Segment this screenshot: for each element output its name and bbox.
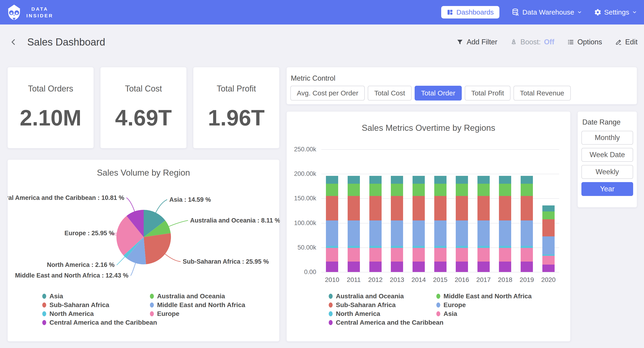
date-option-weekly[interactable]: Weekly xyxy=(582,165,633,179)
legend-label: Europe xyxy=(444,301,466,309)
pie-label-line xyxy=(156,200,167,213)
bar-segment-2020-middle-east-and-north-africa xyxy=(542,211,554,219)
pie-slice-sub-saharan-africa[interactable] xyxy=(144,233,171,264)
bar-segment-2017-central-america-and-the-caribbean xyxy=(478,262,490,272)
legend-label: Australia and Oceania xyxy=(336,292,404,300)
bar-legend: Australia and OceaniaSub-Saharan AfricaN… xyxy=(329,292,532,327)
gridline xyxy=(321,174,559,174)
legend-dot xyxy=(150,302,154,307)
bar-segment-2019-middle-east-and-north-africa xyxy=(521,184,533,196)
boost-button[interactable]: Boost: Off xyxy=(510,38,554,46)
legend-item-asia[interactable]: Asia xyxy=(436,309,532,318)
pie-chart-card: Sales Volume by Region Asia : 14.59 %Aus… xyxy=(8,159,280,341)
dashboards-button[interactable]: Dashboards xyxy=(441,6,500,19)
bar-segment-2012-north-america xyxy=(369,246,382,248)
add-filter-button[interactable]: Add Filter xyxy=(456,38,497,46)
owl-logo-icon xyxy=(6,4,22,20)
bar-segment-2020-australia-and-oceania xyxy=(542,205,554,211)
legend-item-central-america-and-the-caribbean[interactable]: Central America and the Caribbean xyxy=(329,318,436,327)
date-option-year[interactable]: Year xyxy=(582,182,633,196)
legend-label: Sub-Saharan Africa xyxy=(336,301,396,309)
bar-segment-2018-central-america-and-the-caribbean xyxy=(499,262,511,272)
legend-dot xyxy=(42,311,46,316)
bar-segment-2019-north-america xyxy=(521,246,533,248)
bar-segment-2011-sub-saharan-africa xyxy=(348,196,360,220)
bar-segment-2016-europe xyxy=(456,220,468,246)
bar-segment-2015-north-america xyxy=(434,246,446,248)
bar-segment-2013-central-america-and-the-caribbean xyxy=(391,262,403,272)
legend-column: Middle East and North AfricaEuropeAsia xyxy=(436,292,532,327)
legend-item-australia-and-oceania[interactable]: Australia and Oceania xyxy=(329,292,436,301)
bar-segment-2013-sub-saharan-africa xyxy=(391,196,403,220)
bar-segment-2010-middle-east-and-north-africa xyxy=(326,184,338,196)
bar-segment-2015-australia-and-oceania xyxy=(434,176,446,184)
boost-label: Boost: xyxy=(520,38,541,46)
pie-slice-label: Australia and Oceania : 8.11 % xyxy=(190,217,280,224)
legend-item-europe[interactable]: Europe xyxy=(150,309,245,318)
date-range-label: Date Range xyxy=(582,118,620,126)
pie-slice-label: Europe : 25.95 % xyxy=(64,230,114,237)
pie-slice-label: Middle East and North Africa : 12.43 % xyxy=(15,272,128,279)
bar-segment-2013-europe xyxy=(391,220,403,246)
legend-item-middle-east-and-north-africa[interactable]: Middle East and North Africa xyxy=(436,292,532,301)
legend-label: Europe xyxy=(157,310,179,317)
brand-line2: INSIDER xyxy=(26,12,53,19)
options-button[interactable]: Options xyxy=(567,38,602,46)
legend-item-middle-east-and-north-africa[interactable]: Middle East and North Africa xyxy=(150,301,245,309)
legend-dot xyxy=(150,294,154,299)
edit-pencil-icon xyxy=(615,39,622,46)
legend-item-sub-saharan-africa[interactable]: Sub-Saharan Africa xyxy=(329,301,436,309)
back-button[interactable] xyxy=(9,38,18,46)
legend-item-europe[interactable]: Europe xyxy=(436,301,532,309)
data-warehouse-button[interactable]: Data Warehouse xyxy=(512,8,582,17)
metric-option-total-profit[interactable]: Total Profit xyxy=(465,86,510,101)
bar-segment-2017-middle-east-and-north-africa xyxy=(478,184,490,196)
x-axis-tick: 2011 xyxy=(343,276,364,283)
settings-label: Settings xyxy=(604,8,629,16)
legend-label: Australia and Oceania xyxy=(157,292,225,300)
kpi-card-total-cost: Total Cost 4.69T xyxy=(100,67,187,148)
date-option-week-date[interactable]: Week Date xyxy=(582,148,633,162)
add-filter-label: Add Filter xyxy=(466,38,497,46)
y-axis-tick: 150.00k xyxy=(287,195,316,202)
legend-label: North America xyxy=(336,310,380,317)
bar-segment-2016-north-america xyxy=(456,246,468,248)
toolbar-actions: Add Filter Boost: Off xyxy=(456,38,638,46)
metric-option-total-revenue[interactable]: Total Revenue xyxy=(514,86,571,101)
settings-button[interactable]: Settings xyxy=(594,8,637,16)
data-warehouse-label: Data Warehouse xyxy=(522,8,574,16)
legend-item-asia[interactable]: Asia xyxy=(42,292,150,301)
legend-item-north-america[interactable]: North America xyxy=(42,309,150,318)
bar-segment-2016-australia-and-oceania xyxy=(456,176,468,184)
pie-slice-label: Asia : 14.59 % xyxy=(169,196,211,203)
date-option-monthly[interactable]: Monthly xyxy=(582,131,633,145)
bar-segment-2011-europe xyxy=(348,220,360,246)
legend-item-australia-and-oceania[interactable]: Australia and Oceania xyxy=(150,292,245,301)
legend-dot xyxy=(329,302,333,307)
bar-segment-2010-central-america-and-the-caribbean xyxy=(326,262,338,272)
gridline xyxy=(321,149,559,150)
metric-option-total-order[interactable]: Total Order xyxy=(415,86,462,101)
bar-segment-2015-europe xyxy=(434,220,446,246)
bar-segment-2020-central-america-and-the-caribbean xyxy=(542,265,554,272)
bar-segment-2010-asia xyxy=(326,248,338,262)
legend-item-sub-saharan-africa[interactable]: Sub-Saharan Africa xyxy=(42,301,150,309)
brand[interactable]: DATA INSIDER xyxy=(6,4,53,20)
brand-name: DATA INSIDER xyxy=(26,6,53,19)
metric-option-total-cost[interactable]: Total Cost xyxy=(368,86,412,101)
legend-label: Central America and the Caribbean xyxy=(336,319,444,326)
kpi-value: 2.10M xyxy=(20,105,82,131)
bar-chart-card: Sales Metrics Overtime by Regions 0.0050… xyxy=(286,111,570,341)
legend-dot xyxy=(42,302,46,307)
legend-item-north-america[interactable]: North America xyxy=(329,309,436,318)
metric-control-label: Metric Control xyxy=(291,74,336,83)
x-axis-tick: 2012 xyxy=(365,276,386,283)
page-title: Sales Dashboard xyxy=(27,36,105,48)
bar-segment-2016-asia xyxy=(456,248,468,262)
legend-item-central-america-and-the-caribbean[interactable]: Central America and the Caribbean xyxy=(42,318,150,327)
y-axis-tick: 100.00k xyxy=(287,219,316,227)
gridline xyxy=(321,272,559,272)
edit-button[interactable]: Edit xyxy=(615,38,638,46)
metric-option-avg-cost-per-order[interactable]: Avg. Cost per Order xyxy=(290,86,365,101)
bar-segment-2019-central-america-and-the-caribbean xyxy=(521,262,533,272)
